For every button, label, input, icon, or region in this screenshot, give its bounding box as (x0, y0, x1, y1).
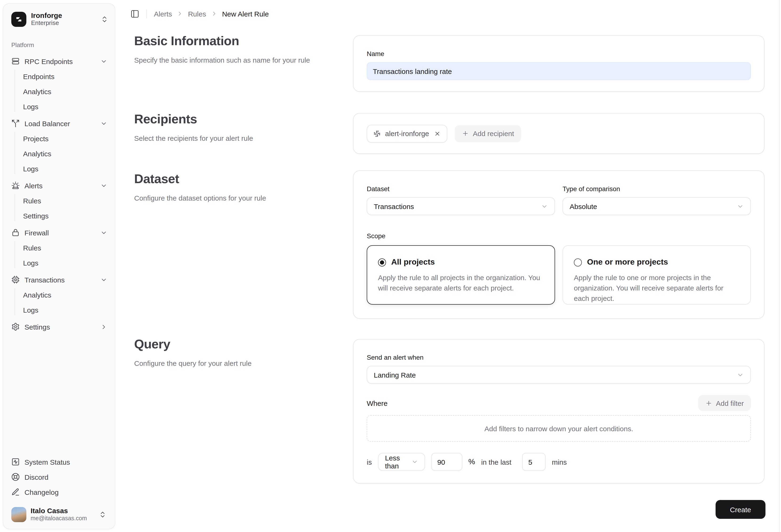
operator-select[interactable]: Less than (378, 453, 425, 471)
comparison-select[interactable]: Absolute (563, 197, 751, 215)
chevrons-up-down-icon (99, 510, 107, 518)
dataset-select[interactable]: Transactions (367, 197, 555, 215)
query-card: Send an alert when Landing Rate Where Ad… (353, 339, 765, 484)
breadcrumb-alerts[interactable]: Alerts (154, 10, 172, 18)
chevrons-up-down-icon (101, 15, 108, 23)
basic-info-card: Name (353, 35, 765, 92)
sidebar-item-tx-analytics[interactable]: Analytics (3, 287, 111, 302)
recipient-chip-label: alert-ironforge (385, 129, 429, 137)
sidebar-item-label: Load Balancer (25, 120, 70, 128)
sidebar-item-load-balancer[interactable]: Load Balancer (3, 116, 111, 131)
sidebar-item-firewall[interactable]: Firewall (3, 225, 111, 240)
sidebar: Ironforge Enterprise Platform RPC Endpoi… (3, 3, 115, 529)
name-label: Name (367, 50, 751, 57)
scope-option-all-projects[interactable]: All projects Apply the rule to all proje… (367, 245, 555, 304)
metric-select[interactable]: Landing Rate (367, 366, 751, 384)
user-name: Italo Casas (31, 506, 87, 515)
sidebar-item-alert-rules[interactable]: Rules (3, 193, 111, 208)
sidebar-item-label: Firewall (25, 229, 49, 237)
server-icon (11, 57, 20, 66)
scope-option-description: Apply the rule to all projects in the or… (378, 273, 544, 293)
cpu-icon (11, 276, 20, 284)
add-filter-button[interactable]: Add filter (698, 395, 751, 411)
sidebar-item-lb-logs[interactable]: Logs (3, 161, 111, 176)
filters-empty-state: Add filters to narrow down your alert co… (367, 415, 751, 442)
user-email: me@italoacasas.com (31, 515, 87, 522)
dataset-card: Dataset Transactions Type of comparison … (353, 170, 765, 319)
sidebar-item-alerts[interactable]: Alerts (3, 178, 111, 193)
scope-option-title: One or more projects (587, 257, 668, 267)
window-input[interactable] (522, 453, 546, 471)
query-section-head: Query Configure the query for your alert… (134, 337, 337, 368)
sidebar-group-firewall: Firewall Rules Logs (3, 225, 111, 272)
where-label: Where (367, 399, 387, 407)
avatar (11, 507, 26, 522)
threshold-input[interactable] (431, 453, 462, 471)
filters-empty-text: Add filters to narrow down your alert co… (484, 424, 633, 433)
sidebar-group-load-balancer: Load Balancer Projects Analytics Logs (3, 116, 111, 178)
chevron-down-icon (100, 58, 107, 65)
sidebar-group-rpc-endpoints: RPC Endpoints Endpoints Analytics Logs (3, 54, 111, 116)
sidebar-item-firewall-logs[interactable]: Logs (3, 255, 111, 271)
org-name: Ironforge (31, 11, 62, 19)
chevron-right-icon (211, 10, 217, 17)
sidebar-sublist: Analytics Logs (3, 287, 111, 320)
chevron-down-icon (737, 371, 744, 378)
percent-unit: % (468, 458, 475, 466)
sidebar-item-endpoints[interactable]: Endpoints (3, 69, 111, 84)
condition-lead: is (367, 458, 372, 466)
breadcrumb-current: New Alert Rule (222, 10, 269, 18)
chevron-down-icon (100, 120, 107, 127)
sidebar-item-firewall-rules[interactable]: Rules (3, 240, 111, 255)
scope-label: Scope (367, 232, 751, 240)
metric-select-value: Landing Rate (374, 371, 416, 379)
sidebar-item-rpc-analytics[interactable]: Analytics (3, 84, 111, 99)
sidebar-item-alert-settings[interactable]: Settings (3, 208, 111, 223)
close-icon[interactable] (434, 130, 441, 137)
scrollbar[interactable] (779, 0, 780, 532)
sidebar-item-tx-logs[interactable]: Logs (3, 302, 111, 318)
basic-section-head: Basic Information Specify the basic info… (134, 34, 337, 65)
changelog-link[interactable]: Changelog (3, 485, 115, 499)
sidebar-item-projects[interactable]: Projects (3, 131, 111, 146)
section-title: Basic Information (134, 34, 337, 48)
footer-link-label: System Status (25, 458, 70, 466)
chevron-down-icon (737, 203, 744, 210)
sidebar-item-rpc-endpoints[interactable]: RPC Endpoints (3, 54, 111, 69)
chevron-right-icon (100, 323, 107, 330)
recipient-chip[interactable]: alert-ironforge (367, 125, 448, 142)
plus-icon (705, 400, 712, 407)
panel-left-icon[interactable] (130, 9, 139, 18)
footer-link-label: Changelog (25, 488, 58, 496)
sidebar-item-lb-analytics[interactable]: Analytics (3, 146, 111, 161)
sidebar-item-transactions[interactable]: Transactions (3, 272, 111, 287)
scope-option-title: All projects (391, 257, 435, 267)
system-status-link[interactable]: System Status (3, 454, 115, 469)
user-menu[interactable]: Italo Casas me@italoacasas.com (5, 502, 113, 527)
sidebar-sublist: Endpoints Analytics Logs (3, 69, 111, 116)
add-recipient-label: Add recipient (473, 129, 514, 137)
sidebar-group-transactions: Transactions Analytics Logs (3, 272, 111, 320)
sidebar-sublist: Projects Analytics Logs (3, 131, 111, 178)
comparison-label: Type of comparison (563, 185, 751, 193)
sidebar-item-rpc-logs[interactable]: Logs (3, 99, 111, 114)
recipients-card: alert-ironforge Add recipient (353, 113, 765, 154)
create-button[interactable]: Create (715, 500, 766, 519)
gear-icon (11, 323, 20, 331)
sidebar-footer: System Status Discord Changelog Italo Ca… (3, 454, 115, 529)
rule-name-input[interactable] (367, 62, 751, 80)
radio-unselected-icon (574, 258, 582, 266)
breadcrumb-rules[interactable]: Rules (188, 10, 206, 18)
discord-link[interactable]: Discord (3, 469, 115, 485)
sidebar-item-settings[interactable]: Settings (3, 320, 111, 334)
dataset-section-head: Dataset Configure the dataset options fo… (134, 172, 337, 203)
ironforge-logo-icon (11, 11, 26, 27)
scope-option-one-or-more[interactable]: One or more projects Apply the rule to o… (563, 245, 751, 304)
window-label: in the last (481, 458, 511, 466)
comparison-select-value: Absolute (570, 202, 597, 210)
chevron-down-icon (411, 458, 418, 465)
alert-when-label: Send an alert when (367, 354, 751, 361)
sidebar-item-label: Settings (25, 323, 50, 331)
org-switcher[interactable]: Ironforge Enterprise (3, 4, 115, 27)
add-recipient-button[interactable]: Add recipient (455, 125, 521, 142)
